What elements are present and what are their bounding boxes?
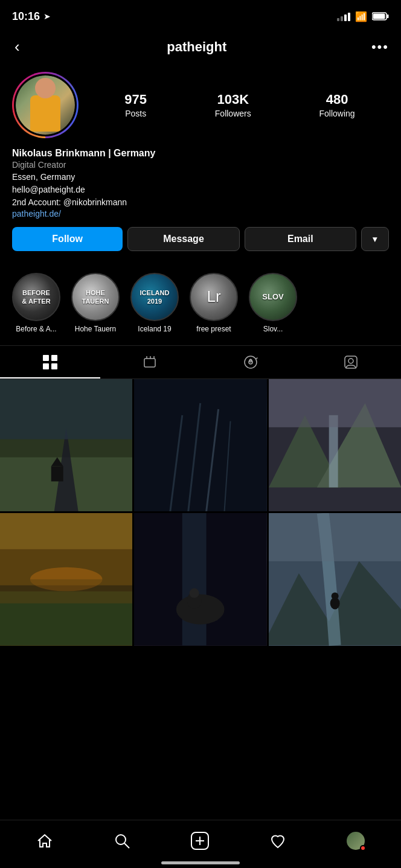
tab-grid[interactable]	[0, 346, 100, 378]
svg-rect-2	[387, 14, 389, 18]
highlight-label-hohe: Hohe Tauern	[75, 325, 117, 333]
grid-photo-1[interactable]	[0, 379, 132, 511]
nav-add[interactable]	[182, 829, 217, 852]
tab-tagged[interactable]	[301, 346, 401, 378]
highlight-circle-iceland: ICELAND2019	[130, 273, 179, 321]
highlight-slov[interactable]: SLOV Slov...	[249, 273, 297, 333]
svg-rect-5	[43, 363, 49, 369]
svg-point-11	[348, 359, 353, 363]
highlight-circle-lr: Lr	[190, 273, 238, 321]
following-label: Following	[319, 109, 354, 118]
svg-rect-1	[373, 14, 385, 19]
svg-rect-18	[134, 379, 266, 511]
svg-rect-44	[269, 513, 401, 561]
highlight-label-slov: Slov...	[263, 325, 283, 333]
profile-full-name: Nikolaus Brinkmann | Germany	[12, 148, 389, 159]
grid-photo-4[interactable]	[0, 513, 132, 645]
stats-container: 975 Posts 103K Followers 480 Following	[91, 92, 389, 118]
grid-photo-6[interactable]	[269, 513, 401, 645]
grid-photo-2[interactable]	[134, 379, 266, 511]
highlight-label-iceland: Iceland 19	[138, 325, 171, 333]
more-options-button[interactable]: •••	[371, 39, 389, 55]
highlight-label-before: Before & A...	[16, 325, 56, 333]
highlights-row: BEFORE& AFTER Before & A... HOHETAUERN H…	[0, 273, 401, 333]
status-icons: 📶	[337, 11, 389, 22]
tabs-section	[0, 345, 401, 379]
profile-top-row: 975 Posts 103K Followers 480 Following	[12, 72, 389, 138]
following-stat[interactable]: 480 Following	[319, 92, 354, 118]
battery-icon	[372, 12, 389, 21]
tab-igtv[interactable]	[100, 346, 200, 378]
nav-activity[interactable]	[261, 830, 295, 852]
profile-username-title: patheight	[167, 39, 226, 55]
dropdown-button[interactable]: ▾	[361, 227, 389, 251]
followers-count: 103K	[217, 92, 249, 107]
grid-photo-5[interactable]	[134, 513, 266, 645]
profile-location: Essen, Germany	[12, 171, 389, 183]
nav-search[interactable]	[105, 830, 139, 852]
avatar-inner	[14, 74, 77, 136]
svg-rect-6	[51, 363, 57, 369]
svg-point-39	[190, 589, 199, 598]
bio-section: Nikolaus Brinkmann | Germany Digital Cre…	[12, 148, 389, 227]
nav-profile[interactable]	[338, 829, 373, 852]
highlight-hohe-tauern[interactable]: HOHETAUERN Hohe Tauern	[71, 273, 120, 333]
followers-label: Followers	[215, 109, 251, 118]
avatar-ring	[12, 72, 79, 138]
profile-second-account[interactable]: 2nd Account: @nikobrinkmann	[12, 196, 389, 209]
highlight-circle-slov: SLOV	[249, 273, 297, 321]
avatar[interactable]	[12, 72, 79, 138]
grid-photo-3[interactable]	[269, 379, 401, 511]
action-buttons: Follow Message Email ▾	[12, 227, 389, 251]
email-button[interactable]: Email	[245, 227, 356, 251]
highlight-label-lr: free preset	[196, 325, 231, 333]
highlight-text-slov: SLOV	[262, 292, 283, 302]
home-indicator	[161, 861, 240, 864]
photo-grid	[0, 379, 401, 646]
svg-rect-15	[0, 379, 132, 439]
back-button[interactable]: ‹	[12, 35, 22, 59]
highlight-iceland[interactable]: ICELAND2019 Iceland 19	[130, 273, 179, 333]
svg-point-43	[331, 593, 338, 600]
nav-avatar-notification	[360, 845, 366, 851]
profile-section: 975 Posts 103K Followers 480 Following N…	[0, 66, 401, 273]
highlights-section: BEFORE& AFTER Before & A... HOHETAUERN H…	[0, 273, 401, 345]
svg-point-45	[116, 835, 126, 844]
svg-rect-28	[269, 379, 401, 427]
status-time: 10:16	[12, 10, 40, 23]
svg-rect-4	[51, 355, 57, 361]
posts-stat[interactable]: 975 Posts	[124, 92, 147, 118]
following-count: 480	[326, 92, 348, 107]
top-navigation: ‹ patheight •••	[0, 30, 401, 66]
status-bar: 10:16 ➤ 📶	[0, 0, 401, 30]
highlight-circle-hohe: HOHETAUERN	[71, 273, 120, 321]
nav-profile-avatar	[347, 832, 365, 850]
highlight-before-after[interactable]: BEFORE& AFTER Before & A...	[12, 273, 60, 333]
highlight-lr[interactable]: Lr free preset	[190, 273, 238, 333]
svg-rect-7	[144, 359, 155, 367]
posts-label: Posts	[125, 109, 146, 118]
svg-rect-36	[182, 513, 207, 645]
highlight-text-iceland: ICELAND2019	[140, 289, 170, 306]
svg-rect-34	[0, 579, 132, 604]
location-icon: ➤	[43, 11, 51, 21]
signal-icon	[337, 11, 350, 21]
profile-email[interactable]: hello@patheight.de	[12, 183, 389, 196]
followers-stat[interactable]: 103K Followers	[215, 92, 251, 118]
highlight-circle-before: BEFORE& AFTER	[12, 273, 60, 321]
nav-home[interactable]	[28, 830, 62, 852]
svg-line-46	[124, 843, 129, 848]
profile-website[interactable]: patheight.de/	[12, 209, 389, 219]
svg-rect-3	[43, 355, 49, 361]
message-button[interactable]: Message	[127, 227, 239, 251]
tab-reels[interactable]	[200, 346, 301, 378]
bottom-navigation	[0, 820, 401, 868]
highlight-text-hohe: HOHETAUERN	[82, 289, 109, 306]
avatar-image	[16, 75, 75, 135]
profile-category: Digital Creator	[12, 160, 389, 170]
highlight-text-before: BEFORE& AFTER	[22, 289, 50, 306]
wifi-icon: 📶	[355, 11, 367, 22]
follow-button[interactable]: Follow	[12, 227, 123, 251]
highlight-text-lr: Lr	[207, 287, 220, 306]
svg-rect-16	[51, 467, 63, 482]
